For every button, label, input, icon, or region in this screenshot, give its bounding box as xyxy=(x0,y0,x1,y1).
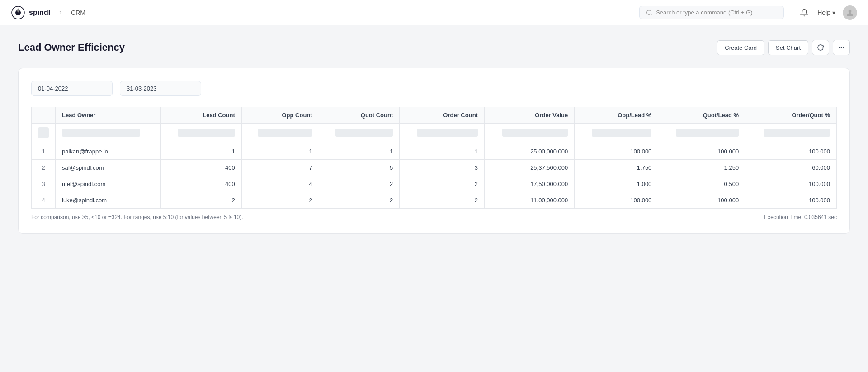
page-title: Lead Owner Efficiency xyxy=(18,42,125,53)
svg-point-5 xyxy=(839,47,840,48)
filter-lead-owner[interactable] xyxy=(62,129,140,137)
filter-row xyxy=(32,124,837,143)
cell-lead_count: 2 xyxy=(161,192,242,209)
cell-opp_count: 4 xyxy=(241,176,319,192)
svg-point-2 xyxy=(647,10,651,14)
filter-checkbox[interactable] xyxy=(38,127,49,138)
filter-order-count[interactable] xyxy=(417,129,478,137)
col-header-index xyxy=(32,107,56,124)
svg-point-4 xyxy=(849,10,852,13)
cell-lead_count: 400 xyxy=(161,160,242,176)
col-header-quot-count: Quot Count xyxy=(319,107,400,124)
cell-lead_owner: saf@spindl.com xyxy=(56,160,161,176)
cell-order_quot_pct: 60.000 xyxy=(745,160,837,176)
col-header-opp-count: Opp Count xyxy=(241,107,319,124)
cell-quot_lead_pct: 100.000 xyxy=(658,143,745,160)
cell-lead_count: 1 xyxy=(161,143,242,160)
filter-opp-lead-pct[interactable] xyxy=(592,129,652,137)
filter-order-quot-pct[interactable] xyxy=(764,129,830,137)
filter-order-value[interactable] xyxy=(502,129,568,137)
cell-opp_count: 2 xyxy=(241,192,319,209)
col-header-lead-count: Lead Count xyxy=(161,107,242,124)
date-filter-row xyxy=(31,81,837,96)
cell-quot_lead_pct: 1.250 xyxy=(658,160,745,176)
cell-index: 3 xyxy=(32,176,56,192)
col-header-order-count: Order Count xyxy=(400,107,485,124)
col-header-order-value: Order Value xyxy=(484,107,574,124)
col-header-lead-owner: Lead Owner xyxy=(56,107,161,124)
cell-quot_count: 5 xyxy=(319,160,400,176)
cell-order_value: 25,37,500.000 xyxy=(484,160,574,176)
cell-lead_owner: luke@spindl.com xyxy=(56,192,161,209)
filter-quot-lead-pct[interactable] xyxy=(676,129,739,137)
date-to-input[interactable] xyxy=(120,81,201,96)
page-wrapper: Lead Owner Efficiency Create Card Set Ch… xyxy=(0,25,868,248)
col-header-quot-lead-pct: Quot/Lead % xyxy=(658,107,745,124)
refresh-button[interactable] xyxy=(812,40,829,55)
user-avatar[interactable] xyxy=(843,5,857,20)
execution-time: Execution Time: 0.035641 sec xyxy=(764,214,837,220)
global-search[interactable]: Search or type a command (Ctrl + G) xyxy=(639,6,784,19)
footer-note: For comparison, use >5, <10 or =324. For… xyxy=(31,214,243,220)
cell-order_count: 3 xyxy=(400,160,485,176)
cell-quot_lead_pct: 0.500 xyxy=(658,176,745,192)
create-card-button[interactable]: Create Card xyxy=(717,40,764,55)
breadcrumb-separator: › xyxy=(59,8,62,17)
app-name: spindl xyxy=(29,9,50,17)
cell-order_quot_pct: 100.000 xyxy=(745,143,837,160)
help-button[interactable]: Help ▾ xyxy=(817,9,835,16)
cell-opp_count: 7 xyxy=(241,160,319,176)
cell-order_quot_pct: 100.000 xyxy=(745,192,837,209)
cell-opp_lead_pct: 100.000 xyxy=(575,143,658,160)
bell-icon xyxy=(800,9,808,17)
cell-quot_count: 1 xyxy=(319,143,400,160)
report-table: Lead Owner Lead Count Opp Count Quot Cou… xyxy=(31,107,837,209)
col-header-opp-lead-pct: Opp/Lead % xyxy=(575,107,658,124)
cell-index: 2 xyxy=(32,160,56,176)
table-row: 2saf@spindl.com40075325,37,500.0001.7501… xyxy=(32,160,837,176)
help-label: Help xyxy=(817,9,830,16)
table-footer: For comparison, use >5, <10 or =324. For… xyxy=(31,209,837,220)
set-chart-button[interactable]: Set Chart xyxy=(768,40,808,55)
search-icon xyxy=(646,10,652,16)
notifications-button[interactable] xyxy=(798,7,810,19)
cell-quot_count: 2 xyxy=(319,192,400,209)
cell-lead_count: 400 xyxy=(161,176,242,192)
filter-lead-count[interactable] xyxy=(178,129,235,137)
svg-line-3 xyxy=(651,14,652,15)
date-from-input[interactable] xyxy=(31,81,113,96)
cell-opp_lead_pct: 1.750 xyxy=(575,160,658,176)
refresh-icon xyxy=(817,44,824,51)
cell-order_value: 25,00,000.000 xyxy=(484,143,574,160)
filter-quot-count[interactable] xyxy=(335,129,393,137)
filter-opp-count[interactable] xyxy=(258,129,312,137)
svg-point-6 xyxy=(841,47,842,48)
cell-order_count: 2 xyxy=(400,192,485,209)
report-card: Lead Owner Lead Count Opp Count Quot Cou… xyxy=(18,68,850,234)
cell-index: 4 xyxy=(32,192,56,209)
table-row: 1palkan@frappe.io111125,00,000.000100.00… xyxy=(32,143,837,160)
cell-order_count: 1 xyxy=(400,143,485,160)
spindl-logo-icon xyxy=(11,5,25,20)
page-header: Lead Owner Efficiency Create Card Set Ch… xyxy=(18,40,850,55)
cell-quot_count: 2 xyxy=(319,176,400,192)
cell-opp_lead_pct: 1.000 xyxy=(575,176,658,192)
cell-order_value: 11,00,000.000 xyxy=(484,192,574,209)
breadcrumb-crm[interactable]: CRM xyxy=(71,9,85,16)
help-chevron-icon: ▾ xyxy=(832,9,835,16)
svg-point-7 xyxy=(843,47,844,48)
cell-index: 1 xyxy=(32,143,56,160)
cell-order_count: 2 xyxy=(400,176,485,192)
cell-opp_lead_pct: 100.000 xyxy=(575,192,658,209)
page-header-actions: Create Card Set Chart xyxy=(717,40,850,55)
app-logo[interactable]: spindl xyxy=(11,5,50,20)
table-row: 4luke@spindl.com222211,00,000.000100.000… xyxy=(32,192,837,209)
cell-lead_owner: palkan@frappe.io xyxy=(56,143,161,160)
more-options-button[interactable] xyxy=(833,40,850,55)
topnav-actions: Help ▾ xyxy=(798,5,857,20)
more-dots-icon xyxy=(838,44,845,51)
table-header-row: Lead Owner Lead Count Opp Count Quot Cou… xyxy=(32,107,837,124)
cell-lead_owner: mel@spindl.com xyxy=(56,176,161,192)
avatar-icon xyxy=(845,8,854,17)
table-row: 3mel@spindl.com40042217,50,000.0001.0000… xyxy=(32,176,837,192)
